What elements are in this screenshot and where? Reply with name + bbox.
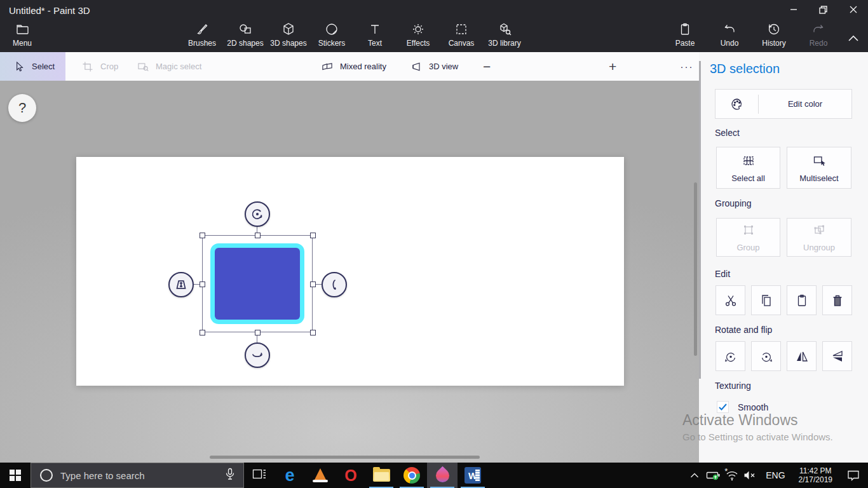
language-indicator[interactable]: ENG [759, 463, 792, 488]
group-icon [741, 222, 756, 238]
start-button[interactable] [0, 463, 31, 488]
volume-status[interactable] [741, 463, 759, 488]
resize-handle-bottom-left[interactable] [200, 330, 205, 336]
taskbar-file-explorer-button[interactable] [366, 463, 397, 488]
paste-icon [677, 22, 693, 37]
microphone-icon[interactable] [224, 468, 236, 483]
taskbar-edge-button[interactable]: e [275, 463, 305, 488]
taskbar: e O W [0, 463, 868, 488]
action-center-button[interactable] [839, 463, 868, 488]
ungroup-button[interactable]: Ungroup [787, 218, 851, 257]
magic-select-tool-button[interactable]: Magic select [137, 52, 201, 81]
rotate-y-handle[interactable] [245, 342, 270, 368]
3d-view-button[interactable]: 3D view [410, 52, 458, 81]
resize-handle-top-left[interactable] [200, 233, 205, 238]
restore-button[interactable] [808, 0, 838, 19]
rotate-left-button[interactable] [715, 341, 745, 371]
vertical-scrollbar[interactable] [694, 182, 697, 356]
rotate-right-button[interactable] [751, 341, 781, 371]
multiselect-button[interactable]: Multiselect [787, 147, 851, 189]
select-tool-button[interactable]: Select [0, 52, 65, 81]
delete-button[interactable] [822, 285, 852, 315]
taskbar-paint3d-button[interactable] [427, 463, 458, 488]
history-button[interactable]: History [756, 19, 792, 50]
selected-3d-object[interactable] [215, 248, 300, 320]
speaker-muted-icon [743, 470, 756, 480]
clock[interactable]: 11:42 PM 2/17/2019 [792, 466, 839, 484]
resize-handle-top-right[interactable] [310, 233, 316, 238]
grouping-section-label: Grouping [715, 198, 752, 208]
rotate-x-handle[interactable] [322, 272, 347, 297]
taskbar-search[interactable] [31, 463, 244, 488]
chevron-up-icon [848, 34, 859, 42]
palette-icon [729, 97, 745, 112]
undo-icon [722, 22, 737, 37]
smooth-checkbox[interactable] [717, 401, 729, 413]
resize-handle-top-middle[interactable] [255, 233, 261, 238]
more-options-button[interactable]: ··· [675, 52, 699, 81]
help-button[interactable]: ? [8, 94, 36, 122]
tray-expand-button[interactable] [685, 463, 704, 488]
drawing-canvas[interactable] [76, 157, 624, 386]
network-status[interactable]: * [723, 463, 741, 488]
ribbon-tools: Brushes 2D shapes 3D shapes Stickers [180, 19, 526, 50]
resize-handle-bottom-middle[interactable] [255, 330, 261, 336]
mixed-reality-button[interactable]: Mixed reality [321, 52, 386, 81]
close-button[interactable] [838, 0, 868, 19]
paste-panel-button[interactable] [787, 285, 817, 315]
menu-label: Menu [13, 39, 32, 48]
tab-2d-shapes[interactable]: 2D shapes [224, 19, 267, 50]
tab-brushes[interactable]: Brushes [180, 19, 224, 50]
resize-handle-bottom-right[interactable] [310, 330, 316, 336]
redo-icon [811, 22, 826, 37]
task-view-button[interactable] [244, 463, 275, 488]
tab-text[interactable]: Text [353, 19, 397, 50]
edit-color-button[interactable]: Edit color [715, 89, 852, 119]
push-pull-depth-handle[interactable] [168, 272, 194, 297]
taskbar-vlc-button[interactable] [305, 463, 336, 488]
paste-button[interactable]: Paste [667, 19, 703, 50]
tab-3d-shapes[interactable]: 3D shapes [267, 19, 310, 50]
edge-icon: e [285, 467, 294, 484]
redo-button[interactable]: Redo [801, 19, 836, 50]
brush-icon [194, 22, 210, 37]
horizontal-scrollbar[interactable] [210, 456, 480, 459]
cut-button[interactable] [715, 285, 745, 315]
undo-button[interactable]: Undo [712, 19, 747, 50]
multiselect-icon [811, 153, 827, 168]
canvas-icon [454, 22, 469, 37]
2d-shapes-icon [238, 22, 253, 37]
smooth-checkbox-row[interactable]: Smooth [717, 401, 768, 413]
edit-section-label: Edit [715, 269, 730, 279]
panel-scrollbar[interactable] [699, 61, 701, 379]
group-button[interactable]: Group [716, 218, 780, 257]
word-icon: W [465, 467, 481, 484]
rotate-z-icon [249, 206, 266, 222]
rotate-right-icon [759, 349, 774, 364]
zoom-out-button[interactable]: − [483, 52, 491, 81]
menu-button[interactable]: Menu [6, 19, 38, 50]
flip-horizontal-button[interactable] [787, 341, 817, 371]
taskbar-opera-button[interactable]: O [336, 463, 366, 488]
battery-status[interactable] [704, 463, 723, 488]
tab-canvas[interactable]: Canvas [440, 19, 483, 50]
zoom-in-button[interactable]: + [609, 52, 616, 81]
taskbar-word-button[interactable]: W [458, 463, 488, 488]
collapse-ribbon-button[interactable] [845, 30, 862, 46]
resize-handle-middle-left[interactable] [200, 281, 205, 287]
minimize-button[interactable] [778, 0, 808, 19]
rotate-z-handle[interactable] [245, 201, 270, 227]
tab-stickers[interactable]: Stickers [310, 19, 353, 50]
flip-vertical-button[interactable] [822, 341, 852, 371]
wifi-asterisk: * [724, 466, 728, 476]
copy-button[interactable] [751, 285, 781, 315]
opera-icon: O [344, 468, 356, 484]
search-input[interactable] [60, 470, 224, 481]
tab-effects[interactable]: Effects [397, 19, 440, 50]
taskbar-chrome-button[interactable] [397, 463, 427, 488]
workspace[interactable]: ? [0, 81, 699, 463]
crop-tool-button[interactable]: Crop [81, 52, 118, 81]
tab-3d-library[interactable]: 3D library [483, 19, 526, 50]
select-all-button[interactable]: Select all [716, 147, 780, 189]
resize-handle-middle-right[interactable] [310, 281, 316, 287]
